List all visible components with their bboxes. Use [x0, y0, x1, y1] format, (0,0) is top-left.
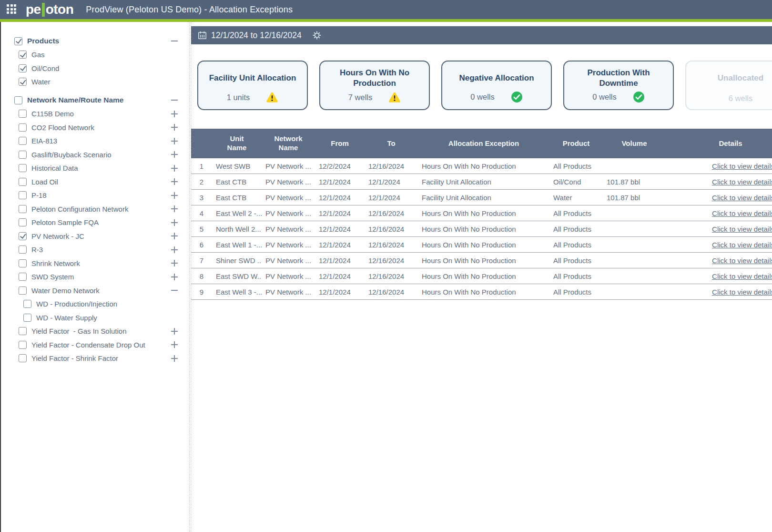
details-link[interactable]: Click to view details: [712, 272, 772, 280]
expand-plus-icon[interactable]: [171, 137, 178, 145]
sidebar-filter-item[interactable]: PV Network - JC: [1, 229, 189, 243]
sidebar-filter-item[interactable]: WD - Production/Injection: [1, 297, 189, 311]
sidebar-filter-item[interactable]: CO2 Flood Network: [1, 121, 189, 134]
summary-card[interactable]: Production With Downtime 0 wells: [563, 61, 674, 110]
column-header-from[interactable]: From: [315, 129, 365, 158]
expand-plus-icon[interactable]: [171, 246, 178, 254]
checkbox[interactable]: [19, 354, 27, 362]
table-row[interactable]: 5 North Well 2... PV Network ... 12/1/20…: [191, 221, 772, 237]
sidebar-filter-item[interactable]: P-18: [1, 189, 189, 203]
sidebar-filter-item[interactable]: Water Demo Network: [1, 284, 189, 297]
checkbox[interactable]: [19, 259, 27, 267]
checkbox[interactable]: [23, 314, 31, 322]
expand-plus-icon[interactable]: [171, 123, 178, 131]
date-range-text[interactable]: 12/1/2024 to 12/16/2024: [211, 31, 302, 41]
table-row[interactable]: 1 West SWB PV Network ... 12/2/2024 12/1…: [191, 158, 772, 174]
expand-plus-icon[interactable]: [171, 205, 178, 213]
sidebar-filter-item[interactable]: Peloton Sample FQA: [1, 216, 189, 230]
summary-card[interactable]: Negative Allocation 0 wells: [441, 61, 552, 110]
expand-plus-icon[interactable]: [171, 151, 178, 158]
expand-plus-icon[interactable]: [171, 192, 178, 199]
sidebar-filter-item[interactable]: R-3: [1, 243, 189, 257]
column-header-product[interactable]: Product: [549, 129, 603, 158]
column-header-to[interactable]: To: [365, 129, 418, 158]
sidebar-filter-item[interactable]: Products: [1, 34, 189, 48]
column-header-volume[interactable]: Volume: [603, 129, 666, 158]
summary-card[interactable]: Unallocated 6 wells: [685, 61, 772, 110]
details-link[interactable]: Click to view details: [712, 288, 772, 296]
checkbox[interactable]: [14, 96, 22, 104]
checkbox[interactable]: [23, 300, 31, 308]
checkbox[interactable]: [19, 273, 27, 281]
column-header-network-name[interactable]: Network Name: [262, 129, 315, 158]
sidebar-filter-item[interactable]: EIA-813: [1, 134, 189, 148]
checkbox[interactable]: [19, 232, 27, 240]
checkbox[interactable]: [19, 64, 27, 72]
expand-plus-icon[interactable]: [171, 110, 178, 118]
details-link[interactable]: Click to view details: [712, 256, 772, 265]
table-row[interactable]: 4 East Well 2 -... PV Network ... 12/1/2…: [191, 205, 772, 221]
column-header-unit-name[interactable]: Unit Name: [212, 129, 262, 158]
checkbox[interactable]: [14, 37, 22, 45]
table-row[interactable]: 8 East SWD W... PV Network ... 12/1/2024…: [191, 268, 772, 284]
checkbox[interactable]: [19, 137, 27, 145]
sidebar-filter-item[interactable]: Water: [1, 75, 189, 89]
details-link[interactable]: Click to view details: [712, 209, 772, 217]
sidebar-filter-item[interactable]: Load Oil: [1, 175, 189, 189]
table-row[interactable]: 9 East Well 3 -... PV Network ... 12/1/2…: [191, 284, 772, 300]
details-link[interactable]: Click to view details: [712, 194, 772, 202]
sidebar-filter-item[interactable]: SWD System: [1, 270, 189, 284]
table-row[interactable]: 7 Shiner SWD ... PV Network ... 12/1/202…: [191, 253, 772, 268]
sidebar-filter-item[interactable]: Network Name/Route Name: [1, 93, 189, 107]
sidebar-filter-item[interactable]: Yield Factor - Gas In Solution: [1, 325, 189, 338]
sidebar-filter-item[interactable]: Peloton Configuration Network: [1, 202, 189, 216]
calendar-icon[interactable]: [197, 31, 207, 41]
checkbox[interactable]: [19, 151, 27, 159]
checkbox[interactable]: [19, 191, 27, 199]
collapse-minus-icon[interactable]: [171, 96, 178, 104]
checkbox[interactable]: [19, 341, 27, 349]
sidebar-filter-item[interactable]: Historical Data: [1, 162, 189, 175]
checkbox[interactable]: [19, 286, 27, 295]
checkbox[interactable]: [19, 178, 27, 186]
collapse-minus-icon[interactable]: [171, 37, 178, 45]
details-link[interactable]: Click to view details: [712, 241, 772, 249]
summary-card[interactable]: Hours On With No Production 7 wells: [319, 61, 430, 110]
checkbox[interactable]: [19, 123, 27, 132]
expand-plus-icon[interactable]: [171, 273, 178, 281]
checkbox[interactable]: [19, 218, 27, 226]
sidebar-filter-item[interactable]: C115B Demo: [1, 107, 189, 121]
expand-plus-icon[interactable]: [171, 259, 178, 267]
expand-plus-icon[interactable]: [171, 164, 178, 172]
checkbox[interactable]: [19, 51, 27, 59]
checkbox[interactable]: [19, 110, 27, 118]
sidebar-filter-item[interactable]: Yield Factor - Shrink Factor: [1, 352, 189, 366]
expand-plus-icon[interactable]: [171, 355, 178, 362]
expand-plus-icon[interactable]: [171, 178, 178, 185]
expand-plus-icon[interactable]: [171, 232, 178, 240]
sidebar-filter-item[interactable]: Gaslift/Buyback Scenario: [1, 148, 189, 162]
app-launcher-grid-icon[interactable]: [7, 4, 17, 15]
checkbox[interactable]: [19, 246, 27, 254]
expand-plus-icon[interactable]: [171, 327, 178, 335]
collapse-minus-icon[interactable]: [171, 286, 178, 294]
expand-plus-icon[interactable]: [171, 341, 178, 348]
table-row[interactable]: 2 East CTB PV Network ... 12/1/2024 12/1…: [191, 174, 772, 190]
column-header-details[interactable]: Details: [666, 129, 772, 158]
sidebar-filter-item[interactable]: Yield Factor - Condensate Drop Out: [1, 338, 189, 352]
sidebar-filter-item[interactable]: WD - Water Supply: [1, 311, 189, 325]
checkbox[interactable]: [19, 78, 27, 86]
sidebar-filter-item[interactable]: Oil/Cond: [1, 61, 189, 75]
details-link[interactable]: Click to view details: [712, 162, 772, 170]
gear-icon[interactable]: [312, 31, 322, 40]
sidebar-filter-item[interactable]: Shrink Network: [1, 256, 189, 270]
details-link[interactable]: Click to view details: [712, 225, 772, 233]
checkbox[interactable]: [19, 164, 27, 172]
sidebar-filter-item[interactable]: Gas: [1, 48, 189, 62]
expand-plus-icon[interactable]: [171, 219, 178, 226]
table-row[interactable]: 3 East CTB PV Network ... 12/1/2024 12/1…: [191, 190, 772, 205]
details-link[interactable]: Click to view details: [712, 178, 772, 186]
table-row[interactable]: 6 East Well 1 -... PV Network ... 12/1/2…: [191, 237, 772, 253]
summary-card[interactable]: Facility Unit Allocation 1 units: [197, 61, 308, 110]
column-header-allocation-exception[interactable]: Allocation Exception: [418, 129, 549, 158]
